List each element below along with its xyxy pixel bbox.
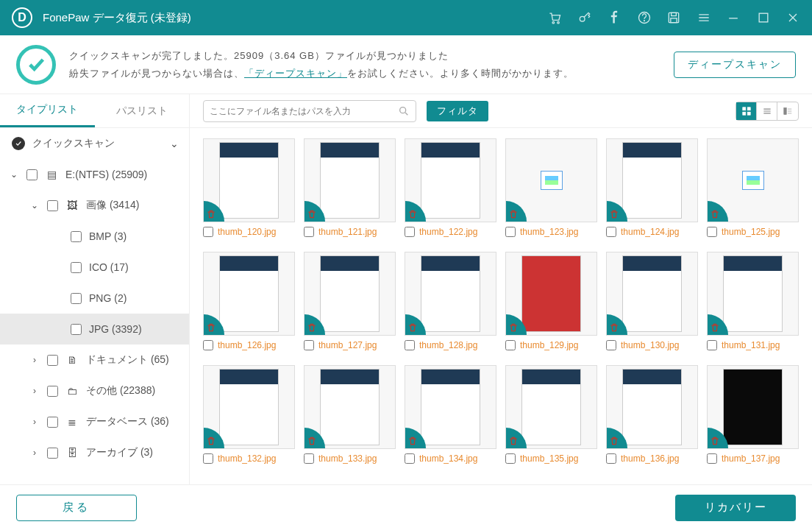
tab-path-list[interactable]: パスリスト: [95, 94, 190, 127]
tree-docs-checkbox[interactable]: [47, 355, 58, 366]
filter-button[interactable]: フィルタ: [427, 101, 488, 121]
thumbnail-checkbox[interactable]: [707, 340, 717, 350]
chevron-down-icon[interactable]: ⌄: [29, 200, 40, 211]
tree-jpg[interactable]: JPG (3392): [0, 314, 189, 344]
back-button[interactable]: 戻る: [16, 495, 137, 521]
tree-ico-checkbox[interactable]: [71, 262, 82, 273]
tree-jpg-checkbox[interactable]: [71, 324, 82, 335]
thumbnail-checkbox[interactable]: [707, 453, 717, 464]
thumbnail-image[interactable]: [606, 138, 698, 222]
tree-ico[interactable]: ICO (17): [0, 252, 189, 283]
tree-bmp-checkbox[interactable]: [71, 231, 82, 242]
thumbnail-checkbox[interactable]: [203, 340, 213, 350]
thumbnail-image[interactable]: [304, 252, 396, 336]
thumbnail-checkbox[interactable]: [304, 227, 314, 237]
tree-archive-checkbox[interactable]: [47, 448, 58, 459]
thumbnail-image[interactable]: [405, 138, 496, 222]
thumbnail-image[interactable]: [505, 252, 597, 336]
menu-icon[interactable]: [691, 4, 717, 31]
tree-images[interactable]: ⌄ 🖼 画像 (3414): [0, 190, 189, 221]
tree-db-checkbox[interactable]: [47, 417, 58, 428]
help-icon[interactable]: [631, 4, 658, 31]
chevron-down-icon[interactable]: ⌄: [9, 169, 19, 180]
cart-icon[interactable]: [541, 4, 568, 31]
thumbnail-item[interactable]: thumb_122.jpg: [405, 138, 496, 237]
tree-other[interactable]: › 🗀 その他 (22388): [0, 375, 189, 406]
tree-drive[interactable]: ⌄ ▤ E:(NTFS) (25909): [0, 159, 189, 190]
thumbnail-item[interactable]: thumb_123.jpg: [505, 138, 597, 237]
thumbnail-checkbox[interactable]: [203, 227, 213, 237]
thumbnail-item[interactable]: thumb_125.jpg: [707, 138, 799, 237]
thumbnail-image[interactable]: [505, 138, 597, 222]
thumbnail-item[interactable]: thumb_131.jpg: [707, 252, 799, 350]
thumbnail-checkbox[interactable]: [304, 453, 314, 464]
thumbnail-image[interactable]: [606, 252, 698, 336]
thumbnail-item[interactable]: thumb_129.jpg: [505, 252, 597, 350]
thumbnail-item[interactable]: thumb_128.jpg: [405, 252, 496, 350]
thumbnail-image[interactable]: [203, 252, 295, 336]
thumbnail-checkbox[interactable]: [606, 227, 616, 237]
thumbnail-image[interactable]: [505, 365, 597, 449]
thumbnail-checkbox[interactable]: [405, 453, 415, 464]
deep-scan-link[interactable]: 「ディープスキャン」: [244, 68, 347, 79]
deep-scan-button[interactable]: ディープスキャン: [674, 52, 796, 78]
thumbnail-checkbox[interactable]: [707, 227, 717, 237]
view-list-button[interactable]: [757, 102, 777, 120]
chevron-right-icon[interactable]: ›: [29, 355, 40, 365]
thumbnail-item[interactable]: thumb_137.jpg: [707, 365, 799, 464]
tree-png[interactable]: PNG (2): [0, 283, 189, 314]
facebook-icon[interactable]: [601, 4, 627, 31]
tree-docs[interactable]: › 🗎 ドキュメント (65): [0, 344, 189, 375]
thumbnail-item[interactable]: thumb_130.jpg: [606, 252, 698, 350]
chevron-right-icon[interactable]: ›: [29, 386, 40, 396]
key-icon[interactable]: [571, 4, 598, 31]
thumbnail-image[interactable]: [707, 252, 799, 336]
maximize-icon[interactable]: [750, 4, 777, 31]
view-grid-button[interactable]: [736, 102, 757, 120]
thumbnail-image[interactable]: [203, 365, 295, 449]
thumbnail-image[interactable]: [606, 365, 698, 449]
tree-db[interactable]: › ≣ データベース (36): [0, 406, 189, 437]
thumbnail-item[interactable]: thumb_134.jpg: [405, 365, 496, 464]
save-icon[interactable]: [660, 4, 687, 31]
recover-button[interactable]: リカバリー: [675, 495, 796, 521]
thumbnail-image[interactable]: [707, 365, 799, 449]
view-detail-button[interactable]: [777, 102, 798, 120]
minimize-icon[interactable]: [720, 4, 747, 31]
tree-archive[interactable]: › 🗄 アーカイブ (3): [0, 437, 189, 468]
thumbnail-checkbox[interactable]: [505, 227, 516, 237]
thumbnail-item[interactable]: thumb_126.jpg: [203, 252, 295, 350]
thumbnail-item[interactable]: thumb_127.jpg: [304, 252, 396, 350]
search-icon[interactable]: [398, 105, 410, 117]
tree-quick-scan[interactable]: クイックスキャン ⌄: [0, 128, 189, 159]
thumbnail-item[interactable]: thumb_135.jpg: [505, 365, 597, 464]
chevron-down-icon[interactable]: ⌄: [170, 138, 179, 149]
thumbnail-item[interactable]: thumb_132.jpg: [203, 365, 295, 464]
thumbnail-checkbox[interactable]: [606, 340, 616, 350]
thumbnail-item[interactable]: thumb_120.jpg: [203, 138, 295, 237]
thumbnail-checkbox[interactable]: [505, 340, 516, 350]
thumbnail-item[interactable]: thumb_124.jpg: [606, 138, 698, 237]
close-icon[interactable]: [780, 4, 806, 31]
chevron-right-icon[interactable]: ›: [29, 448, 40, 458]
tree-images-checkbox[interactable]: [47, 200, 58, 211]
thumbnail-image[interactable]: [707, 138, 799, 222]
search-input[interactable]: [210, 106, 398, 116]
thumbnail-image[interactable]: [304, 365, 396, 449]
tab-type-list[interactable]: タイプリスト: [0, 94, 95, 127]
thumbnail-image[interactable]: [304, 138, 396, 222]
thumbnail-image[interactable]: [405, 365, 496, 449]
tree-other-checkbox[interactable]: [47, 386, 58, 397]
thumbnail-item[interactable]: thumb_133.jpg: [304, 365, 396, 464]
thumbnail-item[interactable]: thumb_121.jpg: [304, 138, 396, 237]
thumbnail-checkbox[interactable]: [405, 340, 415, 350]
thumbnail-checkbox[interactable]: [505, 453, 516, 464]
thumbnail-image[interactable]: [203, 138, 295, 222]
tree-bmp[interactable]: BMP (3): [0, 221, 189, 252]
tree-png-checkbox[interactable]: [71, 293, 82, 304]
tree-drive-checkbox[interactable]: [26, 169, 38, 180]
thumbnail-checkbox[interactable]: [304, 340, 314, 350]
chevron-right-icon[interactable]: ›: [29, 417, 40, 427]
thumbnail-item[interactable]: thumb_136.jpg: [606, 365, 698, 464]
thumbnail-checkbox[interactable]: [203, 453, 213, 464]
